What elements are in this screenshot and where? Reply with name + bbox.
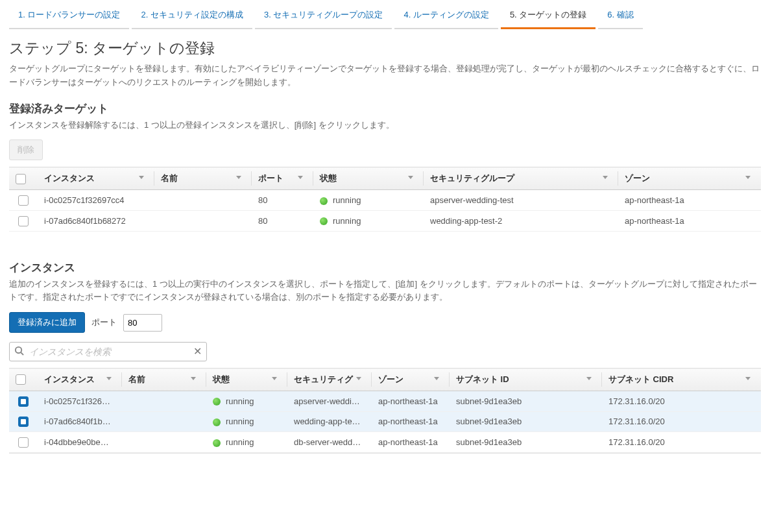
registered-targets-table: インスタンス 名前 ポート 状態 セキュリティグループ ゾーン i-0c0257…: [9, 167, 761, 231]
clear-search-icon[interactable]: ✕: [193, 346, 202, 357]
cell-name: [122, 432, 206, 453]
col-subnet-cidr[interactable]: サブネット CIDR: [602, 369, 761, 391]
cell-subnet-cidr: 172.31.16.0/20: [602, 432, 761, 453]
table-header-row: インスタンス 名前 状態 セキュリティグ ゾーン サブネット ID サブネット …: [9, 369, 761, 391]
cell-name: [154, 210, 252, 231]
cell-state: running: [313, 210, 424, 231]
wizard-step-1[interactable]: 1. ロードバランサーの設定: [9, 4, 129, 29]
col-port[interactable]: ポート: [252, 167, 313, 190]
status-running-icon: [213, 418, 221, 426]
cell-security-group: apserver-wedding-test: [424, 190, 618, 211]
col-security-group[interactable]: セキュリティグ: [287, 369, 372, 391]
table-row[interactable]: i-04dbbe9e0be…runningdb-server-wedd…ap-n…: [9, 432, 761, 453]
cell-subnet-id: subnet-9d1ea3eb: [450, 411, 602, 432]
col-instance[interactable]: インスタンス: [38, 369, 122, 391]
cell-subnet-cidr: 172.31.16.0/20: [602, 391, 761, 412]
port-input[interactable]: [123, 314, 162, 332]
cell-instance: i-0c0257c1f326…: [38, 391, 122, 412]
search-box: ✕: [9, 342, 207, 361]
cell-zone: ap-northeast-1a: [372, 432, 450, 453]
cell-instance: i-04dbbe9e0be…: [38, 432, 122, 453]
wizard-step-5[interactable]: 5. ターゲットの登録: [501, 4, 596, 29]
cell-instance: i-07ad6c840f1b68272: [38, 210, 154, 231]
cell-state: running: [206, 432, 287, 453]
table-row[interactable]: i-07ad6c840f1b6827280runningwedding-app-…: [9, 210, 761, 231]
checkbox-header[interactable]: [9, 369, 38, 391]
wizard-step-3[interactable]: 3. セキュリティグループの設定: [255, 4, 392, 29]
col-subnet-id[interactable]: サブネット ID: [450, 369, 602, 391]
cell-name: [122, 411, 206, 432]
remove-button[interactable]: 削除: [9, 139, 43, 160]
col-zone[interactable]: ゾーン: [618, 167, 761, 190]
cell-subnet-cidr: 172.31.16.0/20: [602, 411, 761, 432]
cell-port: 80: [252, 210, 313, 231]
cell-security-group: wedding-app-test-2: [424, 210, 618, 231]
cell-state: running: [206, 391, 287, 412]
cell-port: 80: [252, 190, 313, 211]
row-checkbox[interactable]: [18, 417, 29, 427]
cell-name: [122, 391, 206, 412]
search-icon: [14, 346, 24, 357]
wizard-step-2[interactable]: 2. セキュリティ設定の構成: [132, 4, 252, 29]
col-zone[interactable]: ゾーン: [372, 369, 450, 391]
port-label: ポート: [91, 317, 117, 328]
status-running-icon: [320, 217, 328, 225]
table-header-row: インスタンス 名前 ポート 状態 セキュリティグループ ゾーン: [9, 167, 761, 190]
col-name[interactable]: 名前: [122, 369, 206, 391]
status-running-icon: [213, 439, 221, 447]
checkbox-header[interactable]: [9, 167, 38, 190]
table-row[interactable]: i-07ad6c840f1b…runningwedding-app-te…ap-…: [9, 411, 761, 432]
registered-section-title: 登録済みターゲット: [9, 101, 761, 116]
table-row[interactable]: i-0c0257c1f326…runningapserver-weddi…ap-…: [9, 391, 761, 412]
cell-zone: ap-northeast-1a: [372, 411, 450, 432]
instances-section-title: インスタンス: [9, 260, 761, 275]
instances-section-description: 追加のインスタンスを登録するには、1 つ以上の実行中のインスタンスを選択し、ポー…: [9, 278, 761, 305]
cell-zone: ap-northeast-1a: [618, 210, 761, 231]
page-title: ステップ 5: ターゲットの登録: [9, 38, 761, 58]
status-running-icon: [213, 398, 221, 405]
search-input[interactable]: [9, 342, 207, 361]
cell-subnet-id: subnet-9d1ea3eb: [450, 391, 602, 412]
cell-zone: ap-northeast-1a: [372, 391, 450, 412]
cell-name: [154, 190, 252, 211]
add-to-registered-button[interactable]: 登録済みに追加: [9, 312, 85, 333]
cell-security-group: db-server-wedd…: [287, 432, 372, 453]
cell-state: running: [206, 411, 287, 432]
registered-section-description: インスタンスを登録解除するには、1 つ以上の登録インスタンスを選択し、[削除] …: [9, 119, 761, 132]
instances-table: インスタンス 名前 状態 セキュリティグ ゾーン サブネット ID サブネット …: [9, 368, 761, 453]
wizard-step-4[interactable]: 4. ルーティングの設定: [394, 4, 498, 29]
row-checkbox[interactable]: [18, 396, 29, 407]
page-description: ターゲットグループにターゲットを登録します。有効にしたアベイラビリティーゾーンで…: [9, 62, 761, 90]
row-checkbox[interactable]: [18, 216, 29, 226]
svg-line-1: [21, 352, 23, 355]
row-checkbox[interactable]: [18, 195, 29, 206]
cell-state: running: [313, 190, 424, 211]
cell-security-group: wedding-app-te…: [287, 411, 372, 432]
status-running-icon: [320, 197, 328, 205]
col-state[interactable]: 状態: [206, 369, 287, 391]
col-name[interactable]: 名前: [154, 167, 252, 190]
wizard-steps: 1. ロードバランサーの設定2. セキュリティ設定の構成3. セキュリティグルー…: [9, 0, 761, 29]
col-security-group[interactable]: セキュリティグループ: [424, 167, 618, 190]
cell-instance: i-0c0257c1f32697cc4: [38, 190, 154, 211]
cell-subnet-id: subnet-9d1ea3eb: [450, 432, 602, 453]
row-checkbox[interactable]: [18, 437, 29, 448]
cell-instance: i-07ad6c840f1b…: [38, 411, 122, 432]
table-row[interactable]: i-0c0257c1f32697cc480runningapserver-wed…: [9, 190, 761, 211]
svg-point-0: [16, 347, 21, 353]
cell-security-group: apserver-weddi…: [287, 391, 372, 412]
cell-zone: ap-northeast-1a: [618, 190, 761, 211]
col-state[interactable]: 状態: [313, 167, 424, 190]
wizard-step-6[interactable]: 6. 確認: [598, 4, 642, 29]
col-instance[interactable]: インスタンス: [38, 167, 154, 190]
